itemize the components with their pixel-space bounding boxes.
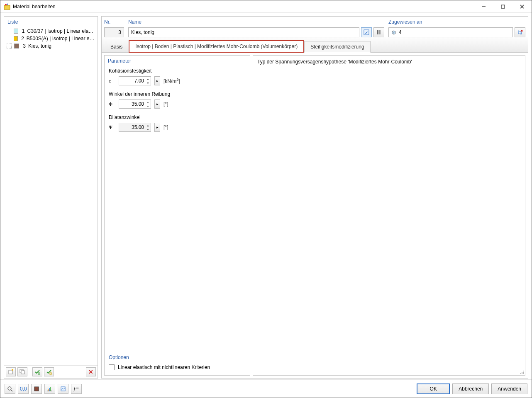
resize-grip-icon[interactable]	[519, 369, 524, 374]
description-text: Typ der Spannungsversagenshypothese 'Mod…	[257, 59, 412, 65]
param-friction-value: 35.00	[119, 101, 145, 107]
title-bar: Material bearbeiten	[0, 0, 532, 13]
help-button[interactable]	[5, 384, 15, 394]
check-include-button[interactable]	[32, 367, 42, 376]
param-cohesion-symbol: c	[109, 78, 115, 84]
param-dilatancy-value: 35.00	[119, 124, 145, 130]
dialog-footer: 0,00 ƒ≡ OK Abbrechen Anwenden	[0, 379, 532, 398]
svg-text:ƒ≡: ƒ≡	[73, 386, 79, 392]
param-cohesion-unit: [kN/m2]	[164, 78, 180, 84]
chart-button[interactable]	[44, 384, 55, 394]
list-item-index: 3	[22, 43, 26, 49]
units-button[interactable]: 0,00	[18, 384, 29, 394]
svg-point-22	[522, 372, 522, 373]
svg-rect-14	[379, 30, 381, 34]
material-swatch-icon	[14, 44, 19, 49]
linear-elastic-checkbox[interactable]	[109, 364, 115, 370]
name-value: Kies, tonig	[131, 29, 154, 35]
parameter-panel: Parameter Kohäsionsfestigkeit c 7.00 ▲▼ …	[104, 55, 250, 376]
assigned-field[interactable]: 4	[388, 27, 513, 37]
spinner-icon[interactable]: ▲▼	[145, 123, 151, 131]
name-input[interactable]: Kies, tonig	[128, 27, 359, 37]
material-swatch-icon	[14, 29, 18, 34]
material-list-panel: Liste 1 C30/37 | Isotrop | Linear elasti…	[4, 16, 98, 379]
svg-point-26	[523, 373, 524, 374]
param-cohesion-value: 7.00	[119, 78, 145, 84]
assigned-label: Zugewiesen an	[388, 19, 525, 27]
svg-line-28	[11, 390, 12, 391]
param-friction-unit: [°]	[164, 101, 168, 107]
svg-rect-33	[50, 387, 51, 391]
solid-icon	[391, 30, 396, 35]
list-item[interactable]: 1 C30/37 | Isotrop | Linear elastisch	[4, 27, 98, 35]
svg-point-21	[523, 371, 524, 371]
param-cohesion-menu-button[interactable]: ▸	[154, 76, 160, 85]
assigned-value: 4	[399, 29, 402, 35]
delete-item-button[interactable]: ✕	[86, 367, 96, 376]
cancel-button[interactable]: Abbrechen	[452, 383, 489, 394]
tab-material-model[interactable]: Isotrop | Boden | Plastisch | Modifizier…	[129, 40, 304, 53]
nr-label: Nr.	[104, 19, 124, 27]
param-dilatancy-menu-button[interactable]: ▸	[154, 123, 160, 132]
description-panel: Typ der Spannungsversagenshypothese 'Mod…	[253, 55, 525, 376]
pick-icon	[517, 29, 523, 35]
edit-name-button[interactable]	[361, 27, 372, 37]
svg-rect-32	[49, 388, 50, 391]
tab-stiffness-modification[interactable]: Steifigkeitsmodifizierung	[304, 41, 370, 53]
param-dilatancy-label: Dilatanzwinkel	[109, 114, 246, 120]
pencil-icon	[364, 29, 369, 35]
param-dilatancy-symbol: Ψ	[109, 124, 115, 131]
param-friction-menu-button[interactable]: ▸	[154, 100, 160, 109]
svg-point-1	[5, 4, 7, 5]
chart-icon	[47, 386, 53, 392]
param-cohesion: Kohäsionsfestigkeit c 7.00 ▲▼ ▸ [kN/m2]	[109, 68, 246, 85]
duplicate-item-button[interactable]	[17, 367, 27, 376]
book-icon	[376, 29, 382, 35]
spinner-icon[interactable]: ▲▼	[145, 77, 151, 85]
list-item-label: C30/37 | Isotrop | Linear elastisch	[27, 28, 95, 34]
name-label: Name	[128, 19, 384, 27]
svg-rect-7	[9, 370, 12, 374]
spinner-icon[interactable]: ▲▼	[145, 100, 151, 108]
diagram-button[interactable]	[58, 384, 68, 394]
library-button[interactable]	[373, 27, 384, 37]
color-button[interactable]	[31, 384, 42, 394]
window-maximize-button[interactable]	[493, 0, 512, 13]
check-exclude-button[interactable]	[44, 367, 54, 376]
svg-rect-11	[50, 373, 51, 374]
function-icon: ƒ≡	[73, 386, 80, 392]
apply-button[interactable]: Anwenden	[491, 383, 527, 394]
param-cohesion-label: Kohäsionsfestigkeit	[109, 68, 246, 74]
options-title: Optionen	[109, 354, 246, 360]
color-swatch-icon	[34, 386, 39, 392]
param-dilatancy-input[interactable]: 35.00 ▲▼	[119, 123, 151, 132]
list-item-index: 1	[21, 28, 24, 34]
svg-point-2	[7, 3, 8, 5]
svg-rect-30	[34, 387, 39, 391]
svg-point-24	[520, 373, 521, 374]
list-item[interactable]: 3 Kies, tonig	[4, 42, 98, 50]
list-item-label: B500S(A) | Isotrop | Linear elastisch	[27, 36, 95, 41]
nr-field[interactable]: 3	[104, 27, 124, 37]
param-cohesion-input[interactable]: 7.00 ▲▼	[119, 76, 151, 85]
list-item[interactable]: 2 B500S(A) | Isotrop | Linear elastisch	[4, 35, 98, 42]
function-button[interactable]: ƒ≡	[71, 384, 82, 394]
material-swatch-icon	[14, 36, 18, 41]
ok-button[interactable]: OK	[417, 383, 450, 394]
svg-text:0,00: 0,00	[20, 386, 27, 392]
svg-rect-31	[48, 389, 49, 391]
pick-assigned-button[interactable]	[515, 27, 525, 37]
list-toolbar: ✕	[4, 365, 98, 378]
material-list[interactable]: 1 C30/37 | Isotrop | Linear elastisch 2 …	[4, 27, 98, 365]
param-dilatancy: Dilatanzwinkel Ψ 35.00 ▲▼ ▸ [°]	[109, 114, 246, 132]
window-close-button[interactable]	[512, 0, 532, 13]
nr-value: 3	[118, 29, 121, 35]
main-panel: Nr. 3 Name Kies, tonig Zugewiesen an	[101, 16, 528, 379]
delete-icon: ✕	[88, 369, 93, 375]
svg-rect-9	[21, 371, 24, 374]
param-friction-input[interactable]: 35.00 ▲▼	[119, 100, 151, 109]
new-item-button[interactable]	[6, 367, 16, 376]
tab-basis[interactable]: Basis	[104, 41, 129, 53]
window-minimize-button[interactable]	[474, 0, 493, 13]
svg-point-23	[523, 372, 524, 373]
